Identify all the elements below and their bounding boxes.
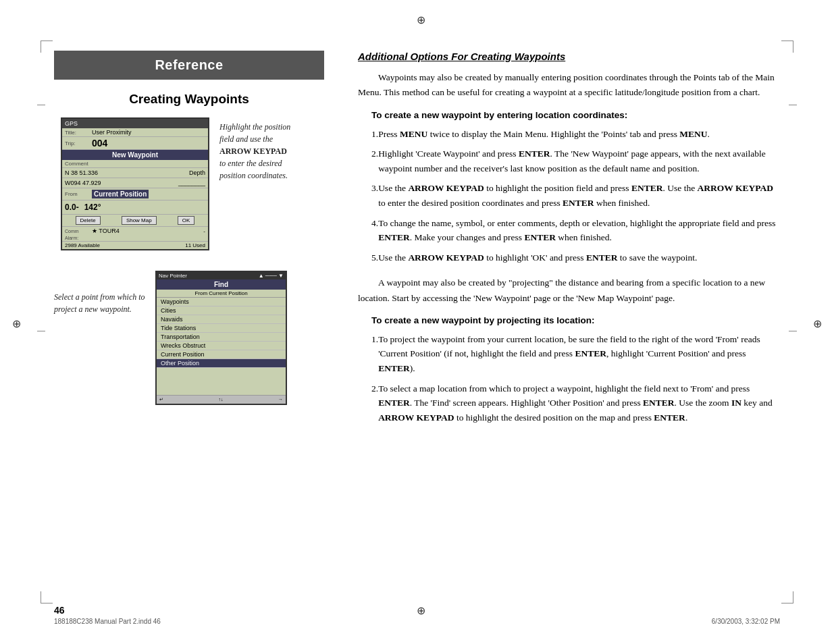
- ds2-item-cities: Cities: [157, 306, 286, 315]
- ds2-header: Nav Pointer ▲ ─── ▼: [157, 272, 286, 279]
- ds1-coord-row2: W094 47.929 ________: [62, 178, 208, 188]
- reg-mark-right: ⊕: [813, 317, 822, 330]
- ds1-numbers-row: 0.0- 142°: [62, 200, 208, 215]
- edge-mark-l-mid: [37, 331, 45, 331]
- ds1-header-gps: GPS: [65, 120, 78, 127]
- caption1-bold: ARROW KEYPAD: [219, 146, 287, 156]
- ds1-btn-delete[interactable]: Delete: [76, 216, 101, 225]
- step-2-1: 1. To project the waypoint from your cur…: [358, 332, 780, 376]
- ds1-from-val: Current Position: [92, 190, 149, 198]
- ds1-title-label: Title:: [65, 130, 92, 136]
- device2-area: Select a point from which to project a n…: [54, 271, 324, 405]
- sub-heading-2: To create a new waypoint by projecting i…: [358, 315, 780, 325]
- step-2-1-num: 1.: [358, 332, 378, 376]
- ds2-header-left: Nav Pointer: [159, 273, 187, 279]
- caption2-text: Select a point from which to project a n…: [54, 292, 145, 314]
- sub-heading-1-text: To create a new waypoint by entering loc…: [371, 110, 627, 120]
- corner-mark-tl: [41, 41, 53, 53]
- ds1-trip-label: Trip:: [65, 140, 92, 146]
- device1-area: GPS Title: User Proximity Trip: 004 New …: [54, 117, 324, 257]
- ds1-title-val: User Proximity: [92, 129, 132, 136]
- step-1-4-num: 4.: [358, 216, 378, 245]
- step-1-4-text: To change the name, symbol, or enter com…: [378, 216, 780, 245]
- step-1-4: 4. To change the name, symbol, or enter …: [358, 216, 780, 245]
- device2-caption: Select a point from which to project a n…: [54, 271, 149, 315]
- caption1-italic2: to enter the desiredposition coordinates…: [219, 159, 288, 180]
- ds2-subtitle: From Current Position: [157, 290, 286, 298]
- ds1-from-row: From Current Position: [62, 188, 208, 200]
- page-number: 46: [54, 605, 65, 616]
- step-2-1-text: To project the waypoint from your curren…: [378, 332, 780, 376]
- ds2-footer-right: →: [278, 397, 283, 402]
- ds1-comm-dash: -: [203, 228, 205, 234]
- ds1-num1: 0.0-: [65, 203, 79, 212]
- ds1-btn-ok[interactable]: OK: [178, 216, 195, 225]
- ds1-buttons: Delete Show Map OK: [62, 215, 208, 227]
- ds1-comm-val: ★ TOUR4: [92, 227, 120, 234]
- footer-right: 6/30/2003, 3:32:02 PM: [712, 618, 780, 625]
- steps-list-2: 1. To project the waypoint from your cur…: [358, 332, 780, 425]
- section-heading: Additional Options For Creating Waypoint…: [358, 51, 780, 62]
- ds1-header: GPS: [62, 119, 208, 128]
- ds1-title-row: Title: User Proximity: [62, 128, 208, 137]
- ds1-coord2: W094 47.929: [65, 180, 101, 186]
- ds1-alarm-row: Alarm:: [62, 235, 208, 241]
- edge-mark-r-top: [789, 105, 797, 105]
- step-1-5: 5. Use the ARROW KEYPAD to highlight 'OK…: [358, 250, 780, 265]
- ds2-footer: ↵ ↑↓ →: [157, 395, 286, 404]
- step-1-1-text: Press MENU twice to display the Main Men…: [378, 127, 780, 142]
- ds2-footer-left: ↵: [159, 397, 163, 402]
- step-1-3-num: 3.: [358, 181, 378, 210]
- content-area: Reference Creating Waypoints GPS Title: …: [54, 51, 780, 597]
- device-screen-1: GPS Title: User Proximity Trip: 004 New …: [61, 117, 209, 250]
- right-column: Additional Options For Creating Waypoint…: [338, 51, 780, 597]
- ds2-footer-mid: ↑↓: [219, 397, 224, 402]
- corner-mark-bl: [41, 591, 53, 603]
- ds1-trip-val: 004: [92, 138, 107, 149]
- caption1-italic: Highlight the positionfield and use the: [219, 122, 290, 144]
- reference-header: Reference: [54, 51, 324, 80]
- ds1-trip-row: Trip: 004: [62, 137, 208, 150]
- step-1-5-text: Use the ARROW KEYPAD to highlight 'OK' a…: [378, 250, 780, 265]
- ds2-item-other: Other Position: [157, 359, 286, 368]
- ds1-comment-label: Comment: [65, 161, 92, 167]
- edge-mark-l-top: [37, 105, 45, 105]
- ds2-item-wrecks: Wrecks Obstruct: [157, 342, 286, 350]
- sub-heading-2-text: To create a new waypoint by projecting i…: [371, 315, 595, 325]
- section-title: Creating Waypoints: [54, 92, 324, 107]
- step-1-3-text: Use the ARROW KEYPAD to highlight the po…: [378, 181, 780, 210]
- step-1-5-num: 5.: [358, 250, 378, 265]
- ds1-comment-row: Comment: [62, 160, 208, 168]
- ds1-depth-label: Depth: [189, 169, 205, 176]
- step-1-1: 1. Press MENU twice to display the Main …: [358, 127, 780, 142]
- steps-list-1: 1. Press MENU twice to display the Main …: [358, 127, 780, 265]
- ds2-item-waypoints: Waypoints: [157, 298, 286, 306]
- ds1-comm-row: Comm ★ TOUR4 -: [62, 227, 208, 235]
- ds1-depth-line: ________: [178, 180, 205, 186]
- edge-mark-r-mid: [789, 331, 797, 331]
- ds1-from-label: From: [65, 191, 92, 197]
- step-2-2: 2. To select a map location from which t…: [358, 381, 780, 425]
- ds1-btn-showmap[interactable]: Show Map: [122, 216, 157, 225]
- step-1-2: 2. Highlight 'Create Waypoint' and press…: [358, 146, 780, 176]
- caption1-line1: Highlight the positionfield and use the …: [219, 121, 290, 182]
- step-2-2-text: To select a map location from which to p…: [378, 381, 780, 425]
- reg-mark-left: ⊕: [12, 317, 21, 330]
- ds2-item-navaids: Navaids: [157, 315, 286, 324]
- device-screen-2: Nav Pointer ▲ ─── ▼ Find From Current Po…: [155, 271, 287, 405]
- device1-caption: Highlight the positionfield and use the …: [219, 117, 290, 182]
- ds1-avail-right: 11 Used: [185, 242, 205, 248]
- ds1-num2: 142°: [84, 203, 101, 212]
- ds2-blank-space: [157, 368, 286, 395]
- step-1-2-text: Highlight 'Create Waypoint' and press EN…: [378, 146, 780, 176]
- ds2-item-tide: Tide Stations: [157, 324, 286, 333]
- step-1-2-num: 2.: [358, 146, 378, 176]
- ds1-coord-row1: N 38 51.336 Depth: [62, 168, 208, 178]
- reg-mark-top: ⊕: [417, 14, 425, 26]
- corner-mark-tr: [781, 41, 793, 53]
- sub-heading-1: To create a new waypoint by entering loc…: [358, 110, 780, 120]
- ds2-title: Find: [157, 279, 286, 290]
- ds2-header-right: ▲ ─── ▼: [259, 273, 284, 279]
- ds1-avail-left: 2989 Available: [65, 242, 100, 248]
- step-1-3: 3. Use the ARROW KEYPAD to highlight the…: [358, 181, 780, 210]
